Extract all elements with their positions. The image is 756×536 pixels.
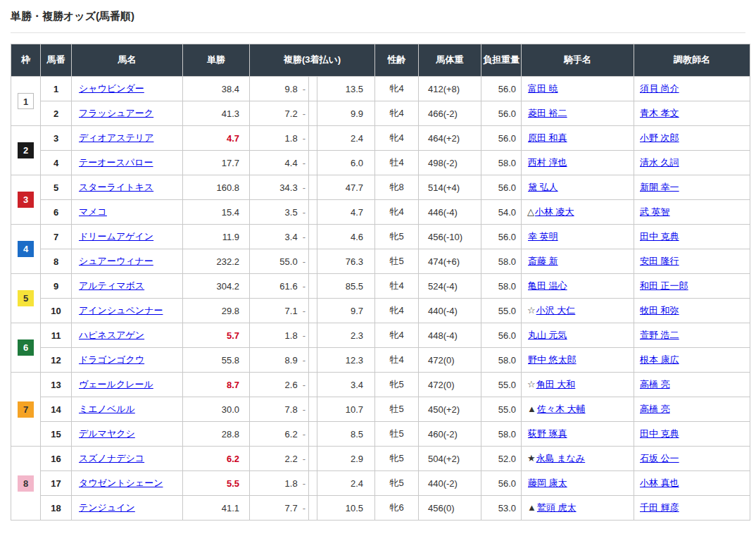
title-divider (11, 32, 745, 33)
trainer-link[interactable]: 小林 真也 (640, 478, 679, 488)
jockey-link[interactable]: 鷲頭 虎太 (537, 502, 577, 513)
horse-name-link[interactable]: ディオアステリア (79, 132, 153, 143)
horse-weight-cell: 498(-2) (419, 151, 481, 175)
horse-name-link[interactable]: ハピネスアゲン (79, 330, 144, 340)
place-odds-dash: - (303, 133, 305, 144)
horse-number-cell: 3 (41, 126, 72, 151)
horse-number-cell: 4 (41, 151, 72, 175)
place-odds-spacer (309, 348, 317, 373)
trainer-link[interactable]: 武 英智 (640, 206, 670, 217)
trainer-link[interactable]: 牧田 和弥 (640, 305, 679, 316)
trainer-link[interactable]: 青木 孝文 (640, 108, 679, 118)
apprentice-mark: ★ (527, 453, 536, 463)
place-odds-high-cell: 6.0 (317, 151, 375, 175)
jockey-link[interactable]: 菱田 裕二 (528, 108, 567, 118)
place-odds-low-cell: 6.2- (250, 422, 309, 447)
jockey-link[interactable]: 丸山 元気 (528, 330, 567, 340)
trainer-link[interactable]: 須貝 尚介 (640, 83, 679, 94)
jockey-link[interactable]: 西村 淳也 (528, 157, 567, 168)
jockey-cell: 斎藤 新 (522, 249, 634, 274)
place-odds-low-value: 1.8 (285, 133, 298, 144)
jockey-link[interactable]: 藤岡 康太 (528, 478, 567, 488)
jockey-link[interactable]: 富田 暁 (528, 83, 558, 94)
horse-name-link[interactable]: ドリームアゲイン (79, 231, 153, 242)
trainer-link[interactable]: 千田 輝彦 (640, 502, 679, 513)
horse-number-cell: 17 (41, 471, 72, 496)
horse-name-link[interactable]: テンジュイン (79, 502, 135, 513)
horse-name-link[interactable]: ドラゴンゴクウ (79, 354, 144, 365)
horse-name-link[interactable]: シャウビンダー (79, 83, 144, 94)
trainer-link[interactable]: 萱野 浩二 (640, 330, 679, 340)
horse-weight-cell: 474(+6) (419, 249, 481, 274)
jockey-link[interactable]: 斎藤 新 (528, 256, 558, 266)
trainer-link[interactable]: 安田 隆行 (640, 256, 679, 266)
jockey-cell: 丸山 元気 (522, 323, 634, 348)
jockey-link[interactable]: 荻野 琢真 (528, 428, 567, 439)
place-odds-high-cell: 2.9 (317, 447, 375, 471)
place-odds-spacer (309, 323, 317, 348)
table-row: 14 ミエノベルル 30.0 7.8- 10.7 牡5 450(+2) 55.0… (11, 397, 750, 422)
jockey-link[interactable]: 幸 英明 (528, 231, 558, 242)
horse-name-link[interactable]: アインシュペンナー (79, 305, 163, 316)
trainer-link[interactable]: 田中 克典 (640, 428, 679, 439)
horse-name-link[interactable]: テーオースパロー (79, 157, 153, 168)
horse-name-link[interactable]: ミエノベルル (79, 404, 135, 414)
place-odds-low-cell: 9.8- (250, 77, 309, 101)
page-title: 単勝・複勝オッズ(馬番順) (0, 0, 756, 23)
jockey-link[interactable]: 原田 和真 (528, 132, 567, 143)
sex-age-cell: 牝5 (375, 447, 419, 471)
win-odds-cell: 6.2 (183, 447, 250, 471)
trainer-link[interactable]: 高橋 亮 (640, 404, 670, 414)
apprentice-mark: △ (527, 206, 534, 217)
jockey-link[interactable]: 黛 弘人 (528, 182, 558, 192)
horse-name-cell: タウゼントシェーン (72, 471, 183, 496)
horse-weight-cell: 460(-2) (419, 422, 481, 447)
trainer-cell: 千田 輝彦 (634, 496, 750, 521)
horse-name-link[interactable]: スズノナデシコ (79, 453, 144, 463)
horse-name-link[interactable]: アルティマボス (79, 280, 144, 291)
trainer-link[interactable]: 根本 康広 (640, 354, 679, 365)
frame-cell: 8 (11, 447, 41, 521)
carried-weight-cell: 55.0 (481, 299, 522, 323)
jockey-link[interactable]: 野中 悠太郎 (528, 354, 577, 365)
trainer-link[interactable]: 高橋 亮 (640, 379, 670, 389)
horse-weight-cell: 440(-2) (419, 471, 481, 496)
horse-number-cell: 11 (41, 323, 72, 348)
col-header-win-odds: 単勝 (183, 44, 250, 77)
place-odds-low-cell: 7.8- (250, 397, 309, 422)
trainer-link[interactable]: 田中 克典 (640, 231, 679, 242)
jockey-link[interactable]: 亀田 温心 (528, 280, 567, 291)
jockey-link[interactable]: 小林 凌大 (535, 206, 574, 217)
sex-age-cell: 牝5 (375, 471, 419, 496)
horse-name-link[interactable]: シュアーウィナー (79, 256, 153, 266)
horse-name-link[interactable]: マメコ (79, 206, 107, 217)
jockey-link[interactable]: 角田 大和 (536, 379, 576, 389)
place-odds-low-cell: 1.8- (250, 471, 309, 496)
trainer-cell: 武 英智 (634, 200, 750, 225)
carried-weight-cell: 56.0 (481, 323, 522, 348)
apprentice-mark: ▲ (527, 502, 536, 513)
jockey-link[interactable]: 佐々木 大輔 (537, 404, 586, 414)
win-odds-cell: 304.2 (183, 274, 250, 299)
horse-name-link[interactable]: ヴェールクレール (79, 379, 153, 389)
sex-age-cell: 牝4 (375, 101, 419, 126)
table-row: 611 ハピネスアゲン 5.7 1.8- 2.3 牝4 448(-4) 56.0… (11, 323, 750, 348)
trainer-link[interactable]: 和田 正一郎 (640, 280, 688, 291)
place-odds-spacer (309, 422, 317, 447)
trainer-link[interactable]: 新開 幸一 (640, 182, 679, 192)
horse-name-link[interactable]: タウゼントシェーン (79, 478, 163, 488)
trainer-link[interactable]: 石坂 公一 (640, 453, 679, 463)
place-odds-low-value: 2.2 (285, 454, 298, 464)
place-odds-high-cell: 3.4 (317, 373, 375, 397)
trainer-link[interactable]: 清水 久詞 (640, 157, 679, 168)
jockey-link[interactable]: 小沢 大仁 (536, 305, 576, 316)
horse-name-link[interactable]: スターライトキス (79, 182, 153, 192)
jockey-link[interactable]: 永島 まなみ (536, 453, 586, 463)
trainer-cell: 萱野 浩二 (634, 323, 750, 348)
trainer-link[interactable]: 小野 次郎 (640, 132, 679, 143)
col-header-horse-weight: 馬体重 (419, 44, 481, 77)
place-odds-low-value: 1.8 (285, 330, 298, 341)
horse-name-link[interactable]: フラッシュアーク (79, 108, 153, 118)
col-header-jockey: 騎手名 (522, 44, 634, 77)
horse-name-link[interactable]: デルマヤクシ (79, 428, 135, 439)
